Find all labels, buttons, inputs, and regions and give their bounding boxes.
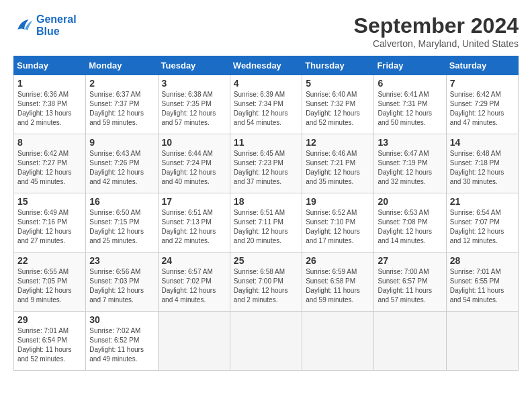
day-cell xyxy=(230,312,302,371)
day-cell: 15 Sunrise: 6:49 AM Sunset: 7:16 PM Dayl… xyxy=(14,193,86,253)
day-cell: 24 Sunrise: 6:57 AM Sunset: 7:02 PM Dayl… xyxy=(158,253,230,312)
day-info: Sunrise: 6:38 AM Sunset: 7:35 PM Dayligh… xyxy=(162,90,226,128)
day-info: Sunrise: 6:39 AM Sunset: 7:34 PM Dayligh… xyxy=(234,90,298,128)
header-cell-monday: Monday xyxy=(86,56,158,75)
day-number: 26 xyxy=(306,255,370,266)
header-cell-sunday: Sunday xyxy=(14,56,86,75)
header: General Blue September 2024 Calverton, M… xyxy=(13,13,519,49)
location-title: Calverton, Maryland, United States xyxy=(354,38,519,49)
calendar-table: SundayMondayTuesdayWednesdayThursdayFrid… xyxy=(13,56,519,371)
day-info: Sunrise: 6:48 AM Sunset: 7:18 PM Dayligh… xyxy=(450,149,515,187)
day-info: Sunrise: 6:44 AM Sunset: 7:24 PM Dayligh… xyxy=(162,149,226,187)
week-row-1: 1 Sunrise: 6:36 AM Sunset: 7:38 PM Dayli… xyxy=(14,75,519,134)
day-cell: 9 Sunrise: 6:43 AM Sunset: 7:26 PM Dayli… xyxy=(86,134,158,193)
day-cell xyxy=(158,312,230,371)
day-info: Sunrise: 6:46 AM Sunset: 7:21 PM Dayligh… xyxy=(306,149,370,187)
day-number: 30 xyxy=(89,314,154,325)
day-info: Sunrise: 6:51 AM Sunset: 7:13 PM Dayligh… xyxy=(162,208,226,246)
week-row-4: 22 Sunrise: 6:55 AM Sunset: 7:05 PM Dayl… xyxy=(14,253,519,312)
day-cell: 21 Sunrise: 6:54 AM Sunset: 7:07 PM Dayl… xyxy=(446,193,518,253)
day-cell: 19 Sunrise: 6:52 AM Sunset: 7:10 PM Dayl… xyxy=(302,193,374,253)
day-info: Sunrise: 6:59 AM Sunset: 6:58 PM Dayligh… xyxy=(306,267,370,305)
header-cell-saturday: Saturday xyxy=(446,56,518,75)
day-number: 19 xyxy=(306,196,370,207)
day-cell: 5 Sunrise: 6:40 AM Sunset: 7:32 PM Dayli… xyxy=(302,75,374,134)
day-info: Sunrise: 7:00 AM Sunset: 6:57 PM Dayligh… xyxy=(378,267,442,305)
logo: General Blue xyxy=(13,13,77,38)
day-cell: 4 Sunrise: 6:39 AM Sunset: 7:34 PM Dayli… xyxy=(230,75,302,134)
day-info: Sunrise: 6:54 AM Sunset: 7:07 PM Dayligh… xyxy=(450,208,515,246)
day-number: 9 xyxy=(89,137,154,148)
day-cell: 7 Sunrise: 6:42 AM Sunset: 7:29 PM Dayli… xyxy=(446,75,518,134)
day-cell: 23 Sunrise: 6:56 AM Sunset: 7:03 PM Dayl… xyxy=(86,253,158,312)
day-number: 20 xyxy=(378,196,442,207)
day-number: 10 xyxy=(162,137,226,148)
day-info: Sunrise: 6:41 AM Sunset: 7:31 PM Dayligh… xyxy=(378,90,442,128)
day-number: 17 xyxy=(162,196,226,207)
day-number: 22 xyxy=(17,255,82,266)
day-info: Sunrise: 7:02 AM Sunset: 6:52 PM Dayligh… xyxy=(89,326,154,364)
day-cell: 8 Sunrise: 6:42 AM Sunset: 7:27 PM Dayli… xyxy=(14,134,86,193)
day-number: 24 xyxy=(162,255,226,266)
day-number: 5 xyxy=(306,78,370,89)
day-cell: 14 Sunrise: 6:48 AM Sunset: 7:18 PM Dayl… xyxy=(446,134,518,193)
day-info: Sunrise: 6:36 AM Sunset: 7:38 PM Dayligh… xyxy=(17,90,82,128)
header-row: SundayMondayTuesdayWednesdayThursdayFrid… xyxy=(14,56,519,75)
day-number: 28 xyxy=(450,255,515,266)
day-number: 7 xyxy=(450,78,515,89)
day-info: Sunrise: 6:42 AM Sunset: 7:29 PM Dayligh… xyxy=(450,90,515,128)
title-block: September 2024 Calverton, Maryland, Unit… xyxy=(354,13,519,49)
day-number: 18 xyxy=(234,196,298,207)
day-cell: 25 Sunrise: 6:58 AM Sunset: 7:00 PM Dayl… xyxy=(230,253,302,312)
day-cell: 26 Sunrise: 6:59 AM Sunset: 6:58 PM Dayl… xyxy=(302,253,374,312)
day-info: Sunrise: 6:50 AM Sunset: 7:15 PM Dayligh… xyxy=(89,208,154,246)
week-row-2: 8 Sunrise: 6:42 AM Sunset: 7:27 PM Dayli… xyxy=(14,134,519,193)
week-row-5: 29 Sunrise: 7:01 AM Sunset: 6:54 PM Dayl… xyxy=(14,312,519,371)
day-cell xyxy=(446,312,518,371)
day-info: Sunrise: 7:01 AM Sunset: 6:54 PM Dayligh… xyxy=(17,326,82,364)
day-info: Sunrise: 6:40 AM Sunset: 7:32 PM Dayligh… xyxy=(306,90,370,128)
day-cell: 1 Sunrise: 6:36 AM Sunset: 7:38 PM Dayli… xyxy=(14,75,86,134)
day-info: Sunrise: 6:57 AM Sunset: 7:02 PM Dayligh… xyxy=(162,267,226,305)
day-info: Sunrise: 6:58 AM Sunset: 7:00 PM Dayligh… xyxy=(234,267,298,305)
day-cell: 30 Sunrise: 7:02 AM Sunset: 6:52 PM Dayl… xyxy=(86,312,158,371)
day-cell: 3 Sunrise: 6:38 AM Sunset: 7:35 PM Dayli… xyxy=(158,75,230,134)
day-info: Sunrise: 6:53 AM Sunset: 7:08 PM Dayligh… xyxy=(378,208,442,246)
header-cell-wednesday: Wednesday xyxy=(230,56,302,75)
day-info: Sunrise: 6:45 AM Sunset: 7:23 PM Dayligh… xyxy=(234,149,298,187)
day-info: Sunrise: 6:52 AM Sunset: 7:10 PM Dayligh… xyxy=(306,208,370,246)
day-cell: 16 Sunrise: 6:50 AM Sunset: 7:15 PM Dayl… xyxy=(86,193,158,253)
day-number: 15 xyxy=(17,196,82,207)
day-number: 6 xyxy=(378,78,442,89)
day-number: 29 xyxy=(17,314,82,325)
day-cell: 2 Sunrise: 6:37 AM Sunset: 7:37 PM Dayli… xyxy=(86,75,158,134)
day-cell: 17 Sunrise: 6:51 AM Sunset: 7:13 PM Dayl… xyxy=(158,193,230,253)
day-info: Sunrise: 6:42 AM Sunset: 7:27 PM Dayligh… xyxy=(17,149,82,187)
day-number: 3 xyxy=(162,78,226,89)
day-cell: 27 Sunrise: 7:00 AM Sunset: 6:57 PM Dayl… xyxy=(374,253,446,312)
day-info: Sunrise: 6:43 AM Sunset: 7:26 PM Dayligh… xyxy=(89,149,154,187)
logo-icon xyxy=(13,15,34,36)
day-cell: 11 Sunrise: 6:45 AM Sunset: 7:23 PM Dayl… xyxy=(230,134,302,193)
logo-text: General Blue xyxy=(36,13,77,38)
day-number: 27 xyxy=(378,255,442,266)
day-number: 23 xyxy=(89,255,154,266)
day-number: 8 xyxy=(17,137,82,148)
header-cell-thursday: Thursday xyxy=(302,56,374,75)
day-info: Sunrise: 7:01 AM Sunset: 6:55 PM Dayligh… xyxy=(450,267,515,305)
day-cell xyxy=(374,312,446,371)
day-number: 13 xyxy=(378,137,442,148)
day-number: 11 xyxy=(234,137,298,148)
day-info: Sunrise: 6:49 AM Sunset: 7:16 PM Dayligh… xyxy=(17,208,82,246)
day-cell: 28 Sunrise: 7:01 AM Sunset: 6:55 PM Dayl… xyxy=(446,253,518,312)
day-number: 25 xyxy=(234,255,298,266)
day-number: 4 xyxy=(234,78,298,89)
day-cell: 22 Sunrise: 6:55 AM Sunset: 7:05 PM Dayl… xyxy=(14,253,86,312)
header-cell-friday: Friday xyxy=(374,56,446,75)
day-number: 1 xyxy=(17,78,82,89)
day-cell: 20 Sunrise: 6:53 AM Sunset: 7:08 PM Dayl… xyxy=(374,193,446,253)
day-cell: 29 Sunrise: 7:01 AM Sunset: 6:54 PM Dayl… xyxy=(14,312,86,371)
week-row-3: 15 Sunrise: 6:49 AM Sunset: 7:16 PM Dayl… xyxy=(14,193,519,253)
day-number: 2 xyxy=(89,78,154,89)
day-cell xyxy=(302,312,374,371)
